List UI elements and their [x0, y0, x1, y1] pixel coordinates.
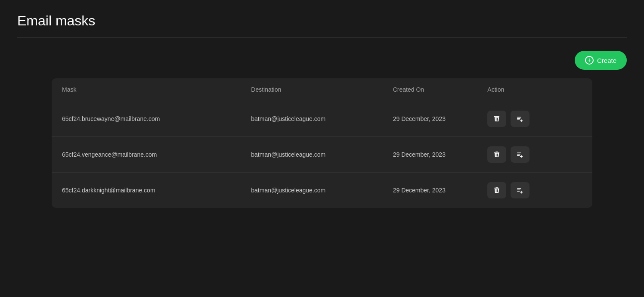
create-label: Create	[597, 57, 616, 64]
table-row: 65cf24.vengeance@mailbrane.com batman@ju…	[52, 137, 592, 173]
page-title: Email masks	[17, 13, 627, 29]
create-button[interactable]: + Create	[575, 51, 627, 70]
toolbar: + Create	[17, 51, 627, 70]
trash-icon	[493, 151, 501, 158]
action-cell	[487, 146, 582, 163]
delete-button[interactable]	[487, 146, 506, 163]
email-masks-table: Mask Destination Created On Action 65cf2…	[52, 78, 592, 208]
delete-button[interactable]	[487, 182, 506, 198]
divider	[17, 37, 627, 38]
plus-icon: +	[585, 56, 594, 65]
table-row: 65cf24.darkknight@mailbrane.com batman@j…	[52, 173, 592, 208]
created-on-value: 29 December, 2023	[393, 187, 488, 194]
header-created-on: Created On	[393, 86, 488, 93]
destination-value: batman@justiceleague.com	[251, 151, 393, 158]
destination-value: batman@justiceleague.com	[251, 115, 393, 122]
trash-icon	[493, 186, 501, 194]
table-header: Mask Destination Created On Action	[52, 78, 592, 101]
created-on-value: 29 December, 2023	[393, 115, 488, 122]
mask-value: 65cf24.brucewayne@mailbrane.com	[62, 115, 251, 122]
trash-icon	[493, 115, 501, 123]
add-rule-button[interactable]	[511, 146, 529, 163]
list-add-icon	[516, 186, 524, 194]
mask-value: 65cf24.darkknight@mailbrane.com	[62, 187, 251, 194]
header-destination: Destination	[251, 86, 393, 93]
action-cell	[487, 182, 582, 198]
list-add-icon	[516, 151, 524, 158]
header-mask: Mask	[62, 86, 251, 93]
destination-value: batman@justiceleague.com	[251, 187, 393, 194]
list-add-icon	[516, 115, 524, 123]
created-on-value: 29 December, 2023	[393, 151, 488, 158]
table-row: 65cf24.brucewayne@mailbrane.com batman@j…	[52, 101, 592, 137]
action-cell	[487, 111, 582, 127]
header-action: Action	[487, 86, 582, 93]
add-rule-button[interactable]	[511, 111, 529, 127]
add-rule-button[interactable]	[511, 182, 529, 198]
mask-value: 65cf24.vengeance@mailbrane.com	[62, 151, 251, 158]
delete-button[interactable]	[487, 111, 506, 127]
